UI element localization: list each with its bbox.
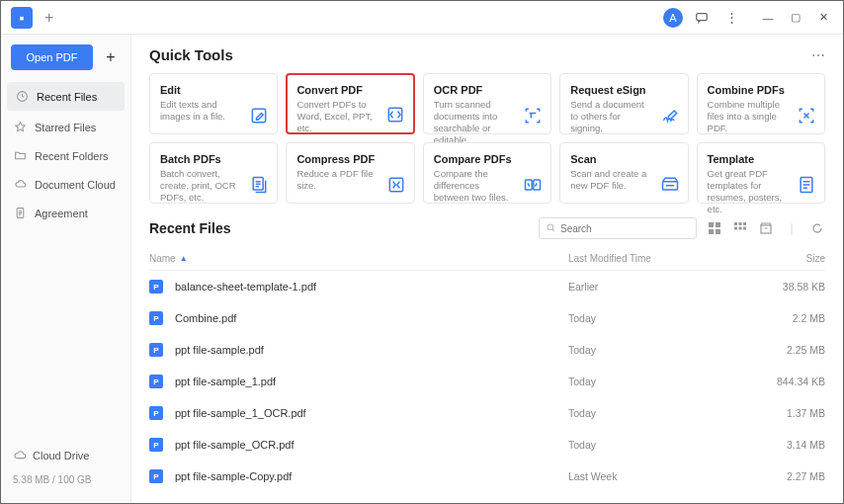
- open-pdf-button[interactable]: Open PDF: [11, 44, 93, 70]
- new-file-button[interactable]: +: [101, 47, 121, 67]
- storage-usage: 5.38 MB / 100 GB: [1, 470, 130, 493]
- file-size: 38.58 KB: [746, 281, 825, 293]
- quick-tools-more-icon[interactable]: ⋯: [811, 47, 825, 63]
- sidebar-item-label: Agreement: [35, 208, 88, 219]
- file-modified: Today: [568, 344, 746, 356]
- file-name: ppt file-sample_1.pdf: [175, 376, 276, 387]
- pdf-file-icon: P: [149, 406, 163, 420]
- quick-tool-combine-pdfs[interactable]: Combine PDFsCombine multiple files into …: [697, 73, 825, 134]
- quick-tool-convert-pdf[interactable]: Convert PDFConvert PDFs to Word, Excel, …: [286, 73, 414, 134]
- quick-tool-batch-pdfs[interactable]: Batch PDFsBatch convert, create, print, …: [149, 142, 278, 204]
- quick-tool-name: Edit: [160, 84, 267, 96]
- folder-icon: [13, 149, 27, 162]
- quick-tools-title: Quick Tools: [149, 46, 233, 63]
- quick-tool-desc: Convert PDFs to Word, Excel, PPT, etc.: [296, 99, 376, 134]
- maximize-button[interactable]: ▢: [782, 7, 809, 29]
- quick-tool-ocr-pdf[interactable]: OCR PDFTurn scanned documents into searc…: [423, 73, 551, 134]
- chat-icon[interactable]: [691, 7, 713, 29]
- svg-rect-21: [743, 227, 746, 230]
- scan-icon: [660, 175, 680, 195]
- pdf-file-icon: P: [149, 469, 163, 483]
- new-tab-button[interactable]: +: [44, 9, 53, 27]
- recent-files-table: Name ▲ Last Modified Time Size Pbalance-…: [149, 247, 825, 492]
- quick-tool-name: Template: [708, 153, 814, 165]
- file-name: ppt file-sample-Copy.pdf: [175, 470, 292, 482]
- svg-rect-14: [709, 229, 714, 234]
- table-row[interactable]: Pppt file-sample_1.pdfToday844.34 KB: [149, 366, 825, 397]
- file-size: 2.2 MB: [746, 312, 825, 324]
- svg-rect-22: [761, 225, 771, 233]
- quick-tool-desc: Send a document to others for signing.: [570, 99, 649, 134]
- cloud-drive-button[interactable]: Cloud Drive: [1, 441, 130, 470]
- quick-tool-name: Convert PDF: [296, 84, 403, 96]
- window-controls: — ▢ ✕: [754, 7, 837, 29]
- edit-icon: [249, 106, 269, 126]
- table-row[interactable]: Pbalance-sheet-template-1.pdfEarlier38.5…: [149, 271, 825, 302]
- refresh-icon[interactable]: [809, 220, 825, 236]
- sidebar-item-agreement[interactable]: Agreement: [1, 199, 130, 227]
- svg-point-11: [548, 224, 553, 230]
- compress-icon: [386, 175, 406, 195]
- view-grid-icon[interactable]: [732, 220, 748, 236]
- search-input[interactable]: [560, 223, 690, 234]
- svg-rect-18: [743, 222, 746, 225]
- table-header: Name ▲ Last Modified Time Size: [149, 247, 825, 271]
- app-logo-icon: ▪: [11, 7, 33, 29]
- app-window: ▪ + A ⋮ — ▢ ✕ Open PDF + Recent FilesSta…: [0, 0, 844, 504]
- file-modified: Earlier: [568, 281, 746, 293]
- minimize-button[interactable]: —: [754, 7, 782, 29]
- sidebar-item-label: Starred Files: [35, 122, 96, 133]
- quick-tool-name: Compare PDFs: [434, 153, 541, 165]
- svg-rect-15: [716, 229, 720, 234]
- file-size: 844.34 KB: [746, 376, 825, 387]
- table-row[interactable]: Pppt file-sample_OCR.pdfToday3.14 MB: [149, 429, 825, 461]
- quick-tool-request-esign[interactable]: Request eSignSend a document to others f…: [559, 73, 688, 134]
- table-row[interactable]: Pppt file-sample_1_OCR.pdfToday1.37 MB: [149, 397, 825, 429]
- quick-tool-name: Scan: [570, 153, 677, 165]
- quick-tool-desc: Scan and create a new PDF file.: [570, 168, 649, 192]
- user-avatar[interactable]: A: [663, 8, 683, 28]
- quick-tool-desc: Compare the differences between two file…: [434, 168, 513, 204]
- sidebar-item-label: Document Cloud: [35, 179, 116, 191]
- table-row[interactable]: Pppt file-sample-Copy.pdfLast Week2.27 M…: [149, 461, 825, 492]
- search-box[interactable]: [539, 217, 697, 239]
- column-size[interactable]: Size: [746, 253, 825, 264]
- quick-tool-scan[interactable]: ScanScan and create a new PDF file.: [559, 142, 688, 204]
- table-row[interactable]: Pppt file-sample.pdfToday2.25 MB: [149, 334, 825, 366]
- pdf-file-icon: P: [149, 311, 163, 325]
- recent-files-title: Recent Files: [149, 220, 230, 236]
- sidebar-item-recent-files[interactable]: Recent Files: [7, 82, 125, 111]
- file-name: ppt file-sample.pdf: [175, 344, 264, 356]
- pdf-file-icon: P: [149, 438, 163, 452]
- table-row[interactable]: PCombine.pdfToday2.2 MB: [149, 302, 825, 334]
- quick-tool-compress-pdf[interactable]: Compress PDFReduce a PDF file size.: [286, 142, 414, 204]
- quick-tool-desc: Batch convert, create, print, OCR PDFs, …: [160, 168, 239, 204]
- column-modified[interactable]: Last Modified Time: [568, 253, 746, 264]
- kebab-menu-icon[interactable]: ⋮: [720, 7, 742, 29]
- pdf-file-icon: P: [149, 375, 163, 388]
- file-name: ppt file-sample_OCR.pdf: [175, 439, 294, 451]
- file-modified: Today: [568, 439, 746, 451]
- sidebar-item-starred-files[interactable]: Starred Files: [1, 113, 130, 141]
- quick-tool-edit[interactable]: EditEdit texts and images in a file.: [149, 73, 278, 134]
- file-size: 3.14 MB: [746, 439, 825, 451]
- quick-tool-desc: Combine multiple files into a single PDF…: [708, 99, 787, 134]
- archive-icon[interactable]: [758, 220, 774, 236]
- svg-rect-0: [697, 13, 708, 20]
- svg-rect-20: [739, 227, 742, 230]
- file-modified: Today: [568, 376, 746, 387]
- sidebar-item-label: Recent Files: [37, 91, 97, 103]
- quick-tool-template[interactable]: TemplateGet great PDF templates for resu…: [697, 142, 825, 204]
- quick-tool-compare-pdfs[interactable]: Compare PDFsCompare the differences betw…: [423, 142, 551, 204]
- close-button[interactable]: ✕: [809, 7, 837, 29]
- svg-rect-19: [734, 227, 737, 230]
- sidebar-item-recent-folders[interactable]: Recent Folders: [1, 141, 130, 170]
- file-modified: Today: [568, 407, 746, 419]
- quick-tool-desc: Turn scanned documents into searchable o…: [434, 99, 513, 146]
- file-name: Combine.pdf: [175, 312, 236, 324]
- column-name[interactable]: Name ▲: [149, 253, 568, 264]
- cloud-icon: [13, 449, 27, 462]
- view-list-icon[interactable]: [707, 220, 722, 236]
- sidebar-item-document-cloud[interactable]: Document Cloud: [1, 170, 130, 199]
- quick-tool-name: Combine PDFs: [708, 84, 814, 96]
